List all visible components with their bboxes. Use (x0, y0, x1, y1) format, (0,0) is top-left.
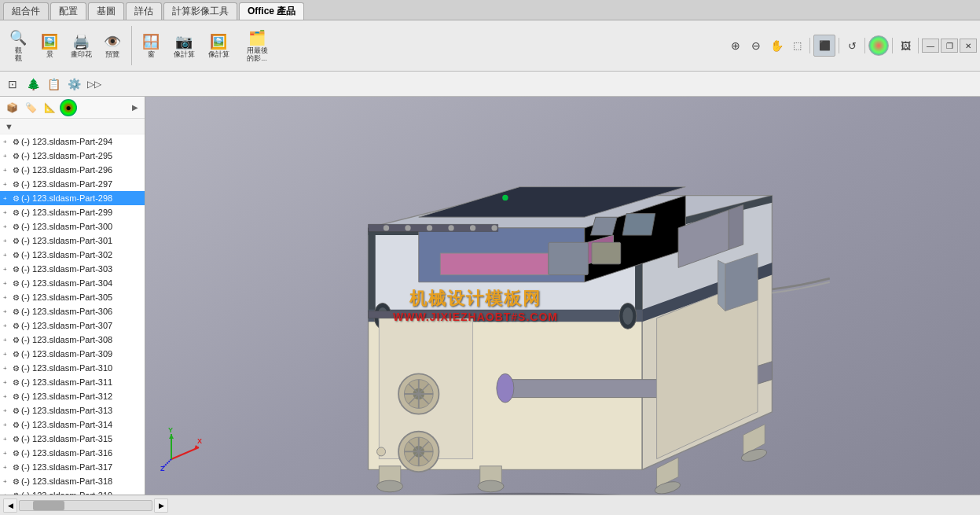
svg-point-50 (427, 225, 432, 230)
tool-icon-4: 👁️ (104, 33, 121, 50)
tree-item[interactable]: +⚙(-) 123.sldasm-Part-298 (0, 191, 145, 205)
tree-item[interactable]: +⚙(-) 123.sldasm-Part-314 (0, 418, 145, 432)
panel-icon-2[interactable]: 🏷️ (22, 99, 39, 116)
zoom-out-btn[interactable]: ⊖ (747, 36, 765, 55)
svg-point-52 (470, 225, 475, 230)
separator-v4 (892, 38, 893, 53)
toolbar-icon-group: 🔍 觀觀 🖼️ 景 🖨️ 畫印花 👁️ 預覽 🪟 窗 📷 (3, 24, 277, 68)
zoom-in-btn[interactable]: ⊕ (726, 36, 745, 55)
tool-btn-4[interactable]: 👁️ 預覽 (97, 24, 127, 68)
left-panel: 📦 🏷️ 📐 ● ▶ ▼ +⚙(-) 123.sldasm-Part-294+⚙… (0, 97, 145, 495)
feature-tree-btn[interactable]: 🌲 (24, 75, 42, 94)
tree-item[interactable]: +⚙(-) 123.sldasm-Part-295 (0, 149, 145, 163)
tree-item[interactable]: +⚙(-) 123.sldasm-Part-303 (0, 262, 145, 276)
tree-item[interactable]: +⚙(-) 123.sldasm-Part-300 (0, 219, 145, 234)
tool-icon-5: 🪟 (142, 33, 160, 50)
tree-item[interactable]: +⚙(-) 123.sldasm-Part-319 (0, 488, 145, 495)
svg-rect-16 (591, 217, 618, 235)
tool-icon-3: 🖨️ (72, 33, 90, 50)
tree-item[interactable]: +⚙(-) 123.sldasm-Part-316 (0, 446, 145, 460)
tree-item[interactable]: +⚙(-) 123.sldasm-Part-307 (0, 318, 145, 333)
tool-btn-1[interactable]: 🔍 觀觀 (3, 24, 33, 68)
svg-point-51 (448, 225, 453, 230)
tree-item[interactable]: +⚙(-) 123.sldasm-Part-315 (0, 432, 145, 446)
svg-rect-17 (622, 214, 655, 236)
tree-item[interactable]: +⚙(-) 123.sldasm-Part-308 (0, 333, 145, 347)
tree-item[interactable]: +⚙(-) 123.sldasm-Part-301 (0, 234, 145, 248)
select-btn[interactable]: ⬚ (787, 36, 806, 55)
svg-text:Y: Y (168, 428, 173, 434)
tree-item[interactable]: +⚙(-) 123.sldasm-Part-312 (0, 389, 145, 403)
viewport[interactable]: 机械设计模板网 WWW.JIXIEZHAOBT#S.COM X Y Z (145, 97, 980, 495)
tree-item[interactable]: +⚙(-) 123.sldasm-Part-310 (0, 361, 145, 375)
svg-point-42 (377, 447, 386, 456)
tool-btn-7[interactable]: 🖼️ 像計算 (202, 24, 235, 68)
tool-btn-3[interactable]: 🖨️ 畫印花 (66, 24, 96, 68)
panel-icon-1[interactable]: 📦 (3, 99, 20, 116)
config-btn[interactable]: ⚙️ (64, 75, 83, 94)
svg-point-62 (502, 195, 508, 200)
tree-item[interactable]: +⚙(-) 123.sldasm-Part-304 (0, 276, 145, 290)
panel-expand-btn[interactable]: ▶ (129, 101, 141, 114)
tab-render[interactable]: 計算影像工具 (163, 2, 237, 20)
3d-view-btn[interactable]: ⬛ (813, 35, 835, 57)
svg-marker-45 (718, 260, 725, 311)
rotate-btn[interactable]: ↺ (842, 36, 861, 55)
status-bar: ◀ ▶ (0, 495, 980, 515)
tool-icon-7: 🖼️ (210, 33, 227, 50)
tool-btn-8[interactable]: 🗂️ 用最後的影... (237, 24, 277, 68)
win-restore-btn[interactable]: ❐ (941, 39, 958, 53)
win-minimize-btn[interactable]: — (922, 39, 939, 53)
svg-rect-64 (592, 242, 621, 264)
tree-list[interactable]: +⚙(-) 123.sldasm-Part-294+⚙(-) 123.sldas… (0, 134, 145, 495)
svg-point-49 (405, 225, 410, 230)
tree-item[interactable]: +⚙(-) 123.sldasm-Part-311 (0, 375, 145, 389)
tree-item[interactable]: +⚙(-) 123.sldasm-Part-302 (0, 248, 145, 262)
scroll-track[interactable] (19, 500, 152, 511)
pan-btn[interactable]: ✋ (767, 36, 786, 55)
tool-btn-5[interactable]: 🪟 窗 (136, 24, 166, 68)
tab-detail[interactable]: 詳估 (126, 2, 162, 20)
tree-item[interactable]: +⚙(-) 123.sldasm-Part-306 (0, 304, 145, 318)
svg-marker-14 (440, 253, 549, 275)
tree-item[interactable]: +⚙(-) 123.sldasm-Part-296 (0, 163, 145, 177)
left-panel-toggle[interactable]: ⊡ (3, 75, 22, 94)
scroll-right-btn[interactable]: ▶ (154, 498, 168, 513)
svg-line-73 (163, 459, 171, 467)
tree-item[interactable]: +⚙(-) 123.sldasm-Part-309 (0, 347, 145, 361)
app-container: 組合件 配置 基圖 詳估 計算影像工具 Office 產品 🔍 觀觀 🖼️ (0, 0, 980, 515)
tree-item[interactable]: +⚙(-) 123.sldasm-Part-317 (0, 460, 145, 474)
scroll-left-btn[interactable]: ◀ (3, 498, 17, 513)
properties-btn[interactable]: 📋 (44, 75, 63, 94)
tab-config[interactable]: 配置 (50, 2, 86, 20)
tree-item[interactable]: +⚙(-) 123.sldasm-Part-305 (0, 290, 145, 304)
tab-assembly[interactable]: 組合件 (3, 2, 49, 20)
axes-indicator: X Y Z (160, 428, 203, 471)
tree-item[interactable]: +⚙(-) 123.sldasm-Part-318 (0, 474, 145, 488)
render-btn[interactable]: 🖼 (896, 36, 915, 55)
tool-icon-6: 📷 (175, 33, 193, 50)
tool-btn-6[interactable]: 📷 像計算 (167, 24, 200, 68)
main-area: 📦 🏷️ 📐 ● ▶ ▼ +⚙(-) 123.sldasm-Part-294+⚙… (0, 97, 980, 495)
svg-marker-7 (369, 228, 376, 311)
win-close-btn[interactable]: ✕ (960, 39, 977, 53)
tree-item[interactable]: +⚙(-) 123.sldasm-Part-313 (0, 403, 145, 418)
panel-icon-4[interactable]: ● (60, 99, 77, 116)
tree-item[interactable]: +⚙(-) 123.sldasm-Part-299 (0, 205, 145, 219)
tab-office[interactable]: Office 產品 (239, 2, 304, 20)
tab-drawing[interactable]: 基圖 (88, 2, 124, 20)
svg-point-23 (622, 307, 633, 325)
tree-item[interactable]: +⚙(-) 123.sldasm-Part-297 (0, 177, 145, 191)
svg-marker-71 (169, 434, 174, 439)
svg-rect-63 (549, 242, 588, 274)
color-btn[interactable] (868, 35, 889, 56)
tool-btn-2[interactable]: 🖼️ 景 (35, 24, 64, 68)
tool-icon-2: 🖼️ (41, 33, 58, 50)
scroll-thumb (33, 501, 64, 510)
tree-item[interactable]: +⚙(-) 123.sldasm-Part-294 (0, 134, 145, 149)
expand-btn[interactable]: ▷▷ (85, 75, 104, 94)
machine-3d (224, 120, 837, 495)
svg-marker-47 (369, 311, 498, 318)
panel-icon-3[interactable]: 📐 (41, 99, 58, 116)
filter-icon: ▼ (5, 122, 13, 131)
